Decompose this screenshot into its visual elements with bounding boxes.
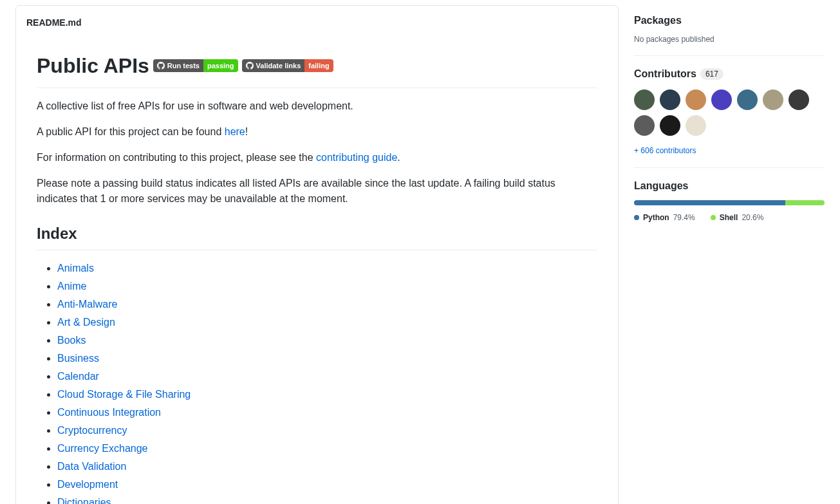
lang-item[interactable]: Shell20.6% (711, 212, 764, 223)
avatar[interactable] (789, 89, 809, 110)
index-item: Continuous Integration (57, 405, 597, 420)
readme-title: Public APIs (37, 50, 149, 81)
index-item: Data Validation (57, 459, 597, 474)
readme-filename: README.md (16, 6, 618, 40)
readme-box: README.md Public APIs Run tests passing (15, 5, 619, 504)
sidebar: Packages No packages published Contribut… (634, 5, 825, 504)
index-item: Books (57, 333, 597, 348)
avatar[interactable] (686, 89, 706, 110)
index-item: Currency Exchange (57, 441, 597, 456)
badge-links-status: failing (304, 59, 333, 72)
link-contributing-guide[interactable]: contributing guide (316, 152, 397, 163)
badge-links-label: Validate links (256, 62, 301, 70)
index-link[interactable]: Anime (57, 281, 86, 292)
contributors-count: 617 (700, 68, 723, 80)
contributor-avatars (634, 89, 825, 136)
lang-bar-segment[interactable] (634, 200, 785, 205)
index-item: Cryptocurrency (57, 423, 597, 438)
lang-dot-icon (711, 215, 716, 220)
languages-section: Languages Python79.4%Shell20.6% (634, 168, 825, 234)
lang-dot-icon (634, 215, 639, 220)
index-link[interactable]: Art & Design (57, 317, 115, 328)
lang-item[interactable]: Python79.4% (634, 212, 695, 223)
index-item: Calendar (57, 369, 597, 384)
avatar[interactable] (634, 115, 655, 136)
index-link[interactable]: Data Validation (57, 461, 126, 472)
badge-validate-links[interactable]: Validate links failing (242, 59, 333, 72)
index-link[interactable]: Cryptocurrency (57, 425, 127, 436)
avatar[interactable] (737, 89, 758, 110)
index-link[interactable]: Development (57, 479, 118, 490)
readme-title-row: Public APIs Run tests passing Validate l… (37, 50, 597, 88)
packages-none-text: No packages published (634, 33, 825, 45)
index-item: Development (57, 477, 597, 492)
contributors-section: Contributors 617 + 606 contributors (634, 56, 825, 168)
lang-name: Python (643, 212, 669, 223)
index-list: AnimalsAnimeAnti-MalwareArt & DesignBook… (37, 261, 597, 504)
intro-p2: A public API for this project can be fou… (37, 124, 597, 140)
index-item: Anti-Malware (57, 297, 597, 312)
avatar[interactable] (763, 89, 783, 110)
badge-tests-label: Run tests (167, 62, 200, 70)
index-item: Art & Design (57, 315, 597, 330)
intro-p3: For information on contributing to this … (37, 150, 597, 165)
contributors-heading-row[interactable]: Contributors 617 (634, 66, 825, 82)
lang-bar-segment[interactable] (785, 200, 825, 205)
intro-p1: A collective list of free APIs for use i… (37, 98, 597, 114)
readme-body: Public APIs Run tests passing Validate l… (16, 40, 618, 504)
index-link[interactable]: Animals (57, 263, 94, 274)
avatar[interactable] (686, 115, 706, 136)
lang-pct: 20.6% (742, 212, 763, 223)
badge-tests-status: passing (203, 59, 238, 72)
languages-bar[interactable] (634, 200, 825, 205)
index-link[interactable]: Calendar (57, 371, 99, 382)
languages-list: Python79.4%Shell20.6% (634, 212, 825, 223)
index-item: Business (57, 351, 597, 366)
intro-p4: Please note a passing build status indic… (37, 176, 597, 207)
index-heading: Index (37, 222, 597, 250)
packages-section: Packages No packages published (634, 13, 825, 56)
avatar[interactable] (711, 89, 732, 110)
avatar[interactable] (660, 115, 680, 136)
badge-run-tests[interactable]: Run tests passing (153, 59, 238, 72)
more-contributors-link[interactable]: + 606 contributors (634, 146, 696, 155)
index-item: Cloud Storage & File Sharing (57, 387, 597, 402)
contributors-heading: Contributors (634, 66, 696, 82)
avatar[interactable] (634, 89, 655, 110)
index-item: Dictionaries (57, 495, 597, 504)
index-link[interactable]: Currency Exchange (57, 443, 148, 454)
languages-heading: Languages (634, 178, 825, 194)
avatar[interactable] (660, 89, 680, 110)
lang-pct: 79.4% (673, 212, 695, 223)
index-link[interactable]: Books (57, 335, 86, 346)
packages-heading[interactable]: Packages (634, 13, 825, 28)
index-link[interactable]: Continuous Integration (57, 407, 161, 418)
index-link[interactable]: Anti-Malware (57, 299, 117, 310)
index-item: Animals (57, 261, 597, 276)
github-icon (246, 62, 254, 70)
index-item: Anime (57, 279, 597, 294)
link-here[interactable]: here (225, 126, 245, 137)
github-icon (157, 62, 165, 70)
lang-name: Shell (720, 212, 738, 223)
index-link[interactable]: Business (57, 353, 99, 364)
index-link[interactable]: Cloud Storage & File Sharing (57, 389, 191, 400)
index-link[interactable]: Dictionaries (57, 497, 111, 504)
